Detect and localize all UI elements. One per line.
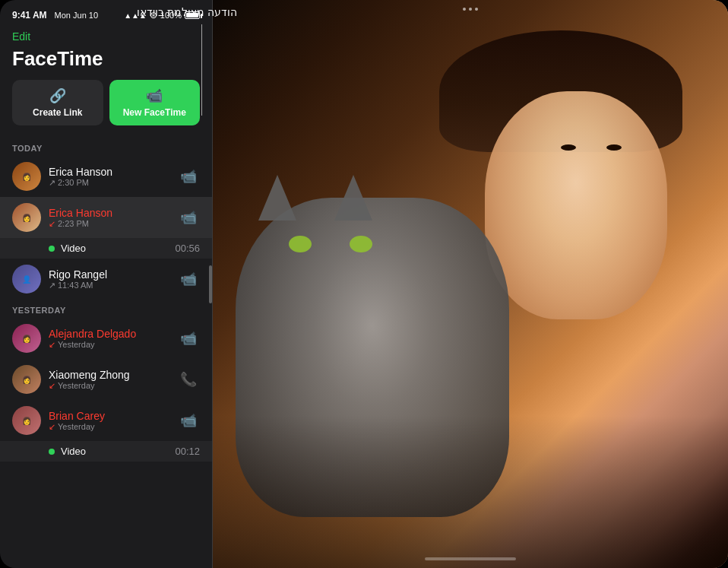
- section-today: TODAY: [0, 138, 212, 156]
- avatar-xiaomeng: 👩: [12, 365, 41, 394]
- call-info-alejandra: Alejandra Delgado ↙ Yesterday: [49, 328, 177, 350]
- battery-icon: [185, 11, 200, 19]
- call-name-erica-2: Erica Hanson: [49, 207, 177, 219]
- section-yesterday: YESTERDAY: [0, 300, 212, 318]
- call-name-alejandra: Alejandra Delgado: [49, 328, 177, 340]
- link-icon: 🔗: [49, 87, 66, 104]
- call-time-value-2: 2:23 PM: [58, 219, 89, 228]
- call-info-erica-2: Erica Hanson ↙ 2:23 PM: [49, 207, 177, 229]
- status-date: Mon Jun 10: [55, 11, 98, 20]
- video-call-icon-rigo[interactable]: 📹: [177, 268, 200, 290]
- call-time-erica-2: ↙ 2:23 PM: [49, 219, 177, 229]
- app-title: FaceTime: [0, 46, 212, 80]
- video-label-1: Video: [61, 243, 175, 254]
- video-indicator-brian: Video 00:12: [0, 441, 212, 462]
- call-time-erica-1: ↗ 2:30 PM: [49, 178, 177, 188]
- create-link-button[interactable]: 🔗 Create Link: [12, 80, 103, 125]
- call-arrow-rigo: ↗: [49, 281, 55, 290]
- call-time-value-1: 2:30 PM: [58, 178, 89, 187]
- avatar-brian: 👩: [12, 406, 41, 435]
- call-name-rigo: Rigo Rangel: [49, 268, 177, 281]
- call-info-erica-1: Erica Hanson ↗ 2:30 PM: [49, 166, 177, 188]
- right-panel: [213, 0, 728, 568]
- call-name-brian: Brian Carey: [49, 410, 177, 422]
- call-item-erica-1[interactable]: 👩 Erica Hanson ↗ 2:30 PM 📹: [0, 156, 212, 197]
- avatar-initials-xiaomeng: 👩: [22, 376, 31, 384]
- call-time-rigo: ↗ 11:43 AM: [49, 281, 177, 290]
- status-icons: ▲▲▲ ⊛ 100%: [124, 10, 200, 21]
- call-time-value-brian: Yesterday: [58, 422, 95, 431]
- resize-handle[interactable]: [209, 265, 212, 303]
- call-arrow-1: ↗: [49, 178, 55, 188]
- video-dot-1: [49, 246, 55, 252]
- page-indicator: [425, 557, 516, 560]
- new-facetime-label: New FaceTime: [123, 107, 186, 118]
- call-info-brian: Brian Carey ↙ Yesterday: [49, 410, 177, 432]
- call-time-xiaomeng: ↙ Yesterday: [49, 381, 177, 391]
- avatar-initials: 👩: [22, 173, 31, 181]
- dot-3: [475, 8, 478, 11]
- call-arrow-alejandra: ↙: [49, 340, 55, 350]
- video-indicator-erica: Video 00:56: [0, 238, 212, 259]
- video-call-icon-1[interactable]: 📹: [177, 165, 200, 188]
- sidebar: 9:41 AM Mon Jun 10 ▲▲▲ ⊛ 100% Edit FaceT…: [0, 0, 213, 568]
- new-facetime-button[interactable]: 📹 New FaceTime: [109, 80, 201, 125]
- background-photo: [213, 0, 728, 568]
- call-time-value-rigo: 11:43 AM: [58, 281, 93, 290]
- signal-icon: ▲▲▲: [124, 11, 147, 20]
- video-call-icon-brian[interactable]: 📹: [177, 409, 200, 432]
- call-time-brian: ↙ Yesterday: [49, 422, 177, 432]
- status-bar: 9:41 AM Mon Jun 10 ▲▲▲ ⊛ 100%: [0, 0, 212, 27]
- avatar-initials-rigo: 👤: [22, 275, 31, 284]
- wifi-icon: ⊛: [150, 10, 157, 21]
- video-label-2: Video: [61, 446, 175, 457]
- video-call-icon-alejandra[interactable]: 📹: [177, 327, 200, 350]
- phone-call-icon-xiaomeng[interactable]: 📞: [177, 368, 200, 391]
- call-item-rigo[interactable]: 👤 Rigo Rangel ↗ 11:43 AM 📹: [0, 259, 212, 300]
- call-time-value-xiaomeng: Yesterday: [58, 381, 95, 390]
- dot-2: [469, 8, 472, 11]
- call-arrow-2: ↙: [49, 219, 55, 229]
- video-dot-2: [49, 449, 55, 455]
- create-link-label: Create Link: [33, 107, 82, 118]
- call-info-xiaomeng: Xiaomeng Zhong ↙ Yesterday: [49, 369, 177, 391]
- edit-button[interactable]: Edit: [0, 27, 43, 46]
- ipad-frame: 9:41 AM Mon Jun 10 ▲▲▲ ⊛ 100% Edit FaceT…: [0, 0, 728, 568]
- call-item-xiaomeng[interactable]: 👩 Xiaomeng Zhong ↙ Yesterday 📞: [0, 359, 212, 400]
- action-buttons: 🔗 Create Link 📹 New FaceTime: [0, 80, 212, 138]
- call-item-alejandra[interactable]: 👩 Alejandra Delgado ↙ Yesterday 📹: [0, 318, 212, 359]
- avatar-alejandra: 👩: [12, 324, 41, 353]
- video-duration-2: 00:12: [175, 446, 200, 457]
- call-time-alejandra: ↙ Yesterday: [49, 340, 177, 350]
- avatar-rigo: 👤: [12, 265, 41, 294]
- video-duration-1: 00:56: [175, 243, 200, 254]
- call-time-value-alejandra: Yesterday: [58, 340, 95, 349]
- dot-1: [463, 8, 466, 11]
- avatar-initials-alejandra: 👩: [22, 335, 31, 343]
- call-arrow-xiaomeng: ↙: [49, 381, 55, 391]
- avatar-erica-1: 👩: [12, 162, 41, 191]
- avatar-initials-2: 👩: [22, 214, 31, 222]
- call-name-erica-1: Erica Hanson: [49, 166, 177, 178]
- battery-level: 100%: [160, 11, 182, 20]
- video-call-icon-2[interactable]: 📹: [177, 206, 200, 229]
- status-time: 9:41 AM: [12, 10, 47, 21]
- call-info-rigo: Rigo Rangel ↗ 11:43 AM: [49, 268, 177, 290]
- top-dots-indicator: [463, 8, 478, 11]
- call-item-brian[interactable]: 👩 Brian Carey ↙ Yesterday 📹: [0, 400, 212, 441]
- video-icon: 📹: [146, 87, 163, 104]
- call-item-erica-2[interactable]: 👩 Erica Hanson ↙ 2:23 PM 📹: [0, 197, 212, 238]
- avatar-erica-2: 👩: [12, 203, 41, 232]
- avatar-initials-brian: 👩: [22, 417, 31, 425]
- call-name-xiaomeng: Xiaomeng Zhong: [49, 369, 177, 381]
- call-arrow-brian: ↙: [49, 422, 55, 432]
